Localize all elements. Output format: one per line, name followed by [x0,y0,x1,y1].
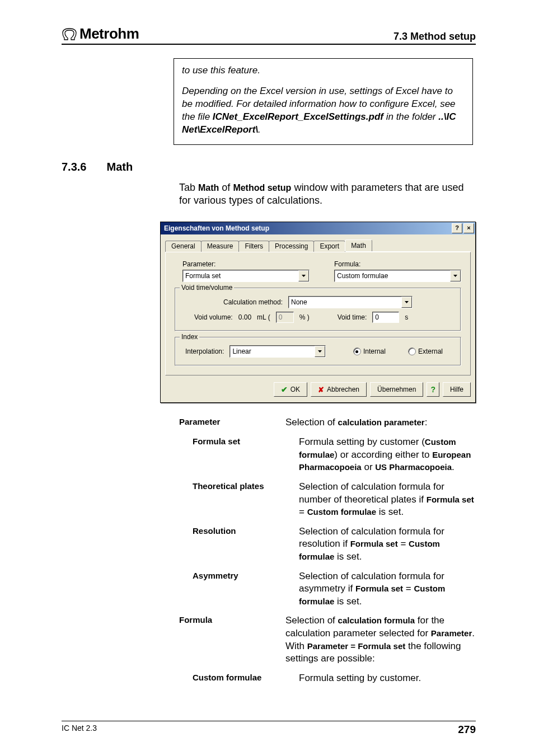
heading-title: Math [106,161,133,173]
x-icon: ✘ [318,386,324,394]
def-desc-theoretical: Selection of calculation formula for num… [299,481,476,519]
void-time-input[interactable]: 0 [372,312,399,323]
question-icon: ? [430,385,435,394]
dialog-button-row: ✔OK ✘Abbrechen Übernehmen ? Hilfe [165,382,471,397]
footer-product: IC Net 2.3 [62,724,97,732]
def-desc-formula-set: Formula setting by customer (Custom form… [299,436,476,474]
definitions-list: Parameter Selection of calculation param… [179,416,476,684]
def-desc-parameter: Selection of calculation parameter: [285,416,476,429]
def-term-custom: Custom formulae [179,672,299,685]
void-time-volume-group: Void time/volume Calculation method: Non… [175,288,461,331]
external-radio[interactable]: External [408,348,443,355]
formula-combo[interactable]: Custom formulae [334,270,461,282]
tab-processing[interactable]: Processing [269,241,314,252]
tab-math[interactable]: Math [345,240,372,251]
void-volume-value: 0.00 [238,313,251,321]
titlebar[interactable]: Eigenschaften von Method setup ? × [161,222,475,234]
tab-measure[interactable]: Measure [201,241,240,252]
def-term-asymmetry: Asymmetry [179,570,299,608]
def-desc-custom: Formula setting by customer. [299,672,476,685]
tab-panel-math: Parameter: Formula set Formula: Custom f… [165,252,471,375]
dialog-title: Eigenschaften von Method setup [164,224,451,232]
index-group: Index Interpolation: Linear Internal Ext… [175,337,461,366]
omega-icon [62,27,77,41]
titlebar-help-button[interactable]: ? [452,223,462,233]
chevron-down-icon [315,346,325,357]
calc-method-combo[interactable]: None [288,296,413,308]
void-volume-percent-input[interactable]: 0 [276,312,294,323]
ok-button[interactable]: ✔OK [274,382,307,397]
note-line-2: Depending on the Excel version in use, s… [182,85,465,137]
heading-number: 7.3.6 [62,161,86,173]
brand-text: Metrohm [79,25,139,43]
page-footer: IC Net 2.3 279 [62,721,476,736]
help-icon-button[interactable]: ? [427,382,439,397]
chevron-down-icon [450,270,461,281]
chevron-down-icon [401,297,412,308]
parameter-combo[interactable]: Formula set [182,270,310,282]
chevron-down-icon [298,270,309,281]
note-line-1: to use this feature. [182,64,465,77]
tabstrip: General Measure Filters Processing Expor… [165,239,471,252]
cancel-button[interactable]: ✘Abbrechen [311,382,367,397]
tab-export[interactable]: Export [313,241,345,252]
def-desc-resolution: Selection of calculation formula for res… [299,525,476,564]
intro-paragraph: Tab Math of Method setup window with par… [179,181,476,208]
page-number: 279 [458,724,476,736]
def-term-parameter: Parameter [179,416,285,429]
void-time-label: Void time: [338,313,367,321]
def-term-theoretical: Theoretical plates [179,481,299,519]
method-setup-dialog: Eigenschaften von Method setup ? × Gener… [160,222,476,403]
formula-label: Formula: [334,260,461,268]
internal-radio[interactable]: Internal [353,348,386,355]
interpolation-combo[interactable]: Linear [229,345,326,358]
def-term-formula-set: Formula set [179,436,299,474]
def-desc-formula: Selection of calculation formula for the… [285,614,476,665]
calc-method-label: Calculation method: [223,298,283,306]
tab-general[interactable]: General [165,241,202,252]
help-button[interactable]: Hilfe [443,382,471,397]
section-heading: 7.3.6 Math [62,161,476,173]
section-title: 7.3 Method setup [394,31,476,43]
page-header: Metrohm 7.3 Method setup [62,25,476,45]
tab-filters[interactable]: Filters [238,241,269,252]
parameter-label: Parameter: [182,260,310,268]
titlebar-close-button[interactable]: × [463,223,474,233]
def-term-resolution: Resolution [179,525,299,564]
check-icon: ✔ [281,385,288,394]
def-desc-asymmetry: Selection of calculation formula for asy… [299,570,476,608]
note-box: to use this feature. Depending on the Ex… [174,58,473,145]
interpolation-label: Interpolation: [185,348,224,355]
brand: Metrohm [62,25,139,43]
void-volume-label: Void volume: [194,313,233,321]
def-term-formula: Formula [179,614,285,665]
apply-button[interactable]: Übernehmen [370,382,423,397]
